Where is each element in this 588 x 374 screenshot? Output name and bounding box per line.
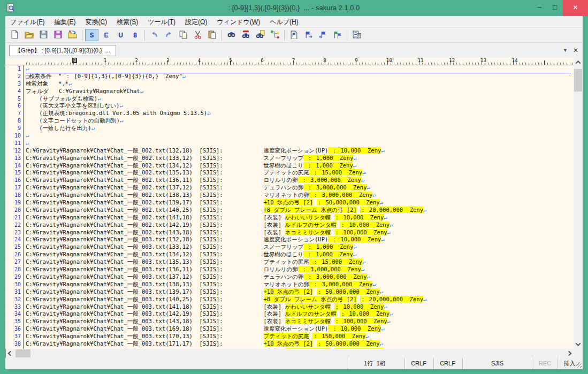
line-number: 23 <box>5 229 24 236</box>
editor-line-22: 22C:¥Gravity¥Ragnarok¥Chat¥Chat_一般_002.t… <box>5 222 574 229</box>
search-button[interactable] <box>225 29 238 41</box>
scroll-right-icon[interactable] <box>564 349 574 358</box>
tab-list-dropdown-icon[interactable]: ▼ <box>563 46 568 55</box>
tab-close-icon[interactable]: ✕ <box>573 46 578 55</box>
return-mark-icon: ↵ <box>26 140 29 146</box>
line-segment <box>313 288 316 295</box>
bookmark-list-icon <box>333 30 342 41</box>
line-segment: C:¥Gravity¥Ragnarok¥Chat¥Chat_一般_003.txt… <box>26 296 264 302</box>
line-number: 34 <box>5 310 24 318</box>
line-segment: [衣装] <box>264 303 285 310</box>
horizontal-scrollbar[interactable] <box>5 349 574 358</box>
line-number: 31 <box>5 288 24 296</box>
outline-tree-button[interactable] <box>268 29 281 41</box>
line-number: 8 <box>5 117 24 125</box>
line-number: 1 <box>5 65 24 73</box>
match-highlight: ： 15,000 Zeny <box>309 169 362 175</box>
vertical-scroll-thumb[interactable] <box>574 69 582 91</box>
encoding-unicode-button[interactable]: U <box>114 29 127 41</box>
scroll-down-icon[interactable] <box>574 340 583 349</box>
editor-line-28: 28C:¥Gravity¥Ragnarok¥Chat¥Chat_一般_003.t… <box>5 266 574 273</box>
line-number: 9 <box>5 125 24 132</box>
line-segment: スノーフリップ <box>264 243 304 250</box>
undo-button[interactable] <box>148 29 161 41</box>
encoding-indicator: SJIS <box>462 358 532 369</box>
scroll-up-icon[interactable] <box>574 58 583 67</box>
close-button[interactable]: ✕ <box>563 0 588 16</box>
outline-list-button[interactable] <box>350 29 363 41</box>
ruler-number: 13 <box>480 58 486 63</box>
line-text: C:¥Gravity¥Ragnarok¥Chat¥Chat_一般_002.txt… <box>26 199 571 207</box>
return-mark-icon: ↵ <box>387 318 391 324</box>
line-number: 18 <box>5 192 24 199</box>
new-file-button[interactable] <box>8 29 21 41</box>
editor-line-35: 35C:¥Gravity¥Ragnarok¥Chat¥Chat_一般_003.t… <box>5 318 574 325</box>
tab-grep-result[interactable]: 【Grep】 : [0-9]{1,3}(,[0-9]{3}){0,} ... <box>9 45 116 56</box>
return-mark-icon: ↵ <box>372 281 376 287</box>
match-highlight: ： 3,000,000 Zeny <box>298 266 361 272</box>
menu-item-4[interactable]: ツール(T) <box>143 16 180 28</box>
return-mark-icon: ↵ <box>423 207 426 213</box>
menu-item-5[interactable]: 設定(O) <box>180 16 212 28</box>
save-all-button[interactable] <box>51 29 65 41</box>
return-mark-icon: ↵ <box>26 65 29 72</box>
cut-button[interactable] <box>191 29 204 41</box>
maximize-button[interactable]: □ <box>547 0 563 16</box>
menu-item-0[interactable]: ファイル(F) <box>5 16 49 28</box>
bookmark-list-button[interactable] <box>331 29 344 41</box>
editor-line-9: 9 (一致した行を出力)↵ <box>5 125 574 132</box>
match-highlight: ： 50,000,000 Zeny <box>317 340 380 347</box>
bookmark-next-button[interactable] <box>302 29 315 41</box>
line-segment <box>331 229 334 235</box>
bookmark-prev-button[interactable] <box>316 29 330 41</box>
encoding-euc-button[interactable]: E <box>100 29 113 41</box>
return-mark-icon: ↵ <box>365 333 369 339</box>
scroll-left-icon[interactable] <box>6 349 15 358</box>
return-mark-icon: ↵ <box>380 199 383 205</box>
resize-grip-icon[interactable] <box>576 362 582 368</box>
line-segment: [衣装] <box>264 310 285 317</box>
open-file-button[interactable] <box>22 29 36 41</box>
replace-button[interactable] <box>239 29 253 41</box>
match-highlight: +8 ダブル フレーム 氷点の弓 [2] <box>264 207 357 213</box>
editor-line-3: 3検索対象 *.*↵ <box>5 80 574 88</box>
menu-item-7[interactable]: ヘルプ(H) <box>265 16 303 28</box>
menu-item-2[interactable]: 変換(C) <box>80 16 112 28</box>
save-file-button[interactable] <box>37 29 50 41</box>
menu-item-6[interactable]: ウィンドウ(W) <box>212 16 265 28</box>
copy-button[interactable] <box>177 29 190 41</box>
return-mark-icon: ↵ <box>381 325 384 332</box>
line-ending-indicator: CRLF <box>404 358 432 369</box>
match-highlight: ： 100,000 Zeny <box>334 318 387 324</box>
editor-line-4: 4フォルダ C:¥Gravity¥Ragnarok¥Chat↵ <box>5 88 574 95</box>
horizontal-scroll-thumb[interactable] <box>16 349 30 357</box>
encoding-utf8-button[interactable]: 8 <box>128 29 142 41</box>
editor-text-area[interactable]: 1↵2□検索条件 " ： [0-9]{1,3}(,[0-9]{3}){0,} Z… <box>5 65 574 349</box>
ruler-number: 7 <box>292 58 295 63</box>
line-text: C:¥Gravity¥Ragnarok¥Chat¥Chat_一般_003.txt… <box>26 273 571 281</box>
line-segment: スノーフリップ <box>264 155 304 161</box>
menu-item-3[interactable]: 検索(S) <box>112 16 143 28</box>
encoding-sjis-button[interactable]: S <box>85 29 98 41</box>
match-highlight: ルドルフのサンタ帽 <box>285 222 337 228</box>
bookmark-set-button[interactable] <box>287 29 301 41</box>
line-segment: (文字コードセットの自動判別) <box>26 117 120 124</box>
line-segment: C:¥Gravity¥Ragnarok¥Chat¥Chat_一般_002.txt… <box>26 229 264 235</box>
return-mark-icon: ↵ <box>372 192 376 198</box>
match-highlight: ： 1,000 Zeny <box>303 162 353 169</box>
line-segment: □検索条件 " ： [0-9]{1,3}(,[0-9]{3}){0,} Zeny… <box>26 73 182 79</box>
reopen-file-button[interactable] <box>66 29 79 41</box>
line-text: C:¥Gravity¥Ragnarok¥Chat¥Chat_一般_003.txt… <box>26 318 571 325</box>
line-segment: 世界樹のほこり <box>264 251 303 257</box>
line-segment: C:¥Gravity¥Ragnarok¥Chat¥Chat_一般_002.txt… <box>26 184 264 190</box>
copy-icon <box>179 30 188 41</box>
line-number: 22 <box>5 222 24 229</box>
grep-button[interactable] <box>254 29 267 41</box>
menu-item-1[interactable]: 編集(E) <box>49 16 80 28</box>
vertical-scrollbar[interactable] <box>574 58 583 349</box>
paste-button[interactable] <box>205 29 219 41</box>
editor-line-8: 8 (文字コードセットの自動判別)↵ <box>5 117 574 125</box>
line-number: 27 <box>5 258 24 266</box>
redo-button[interactable] <box>162 29 175 41</box>
minimize-button[interactable]: – <box>532 0 547 16</box>
